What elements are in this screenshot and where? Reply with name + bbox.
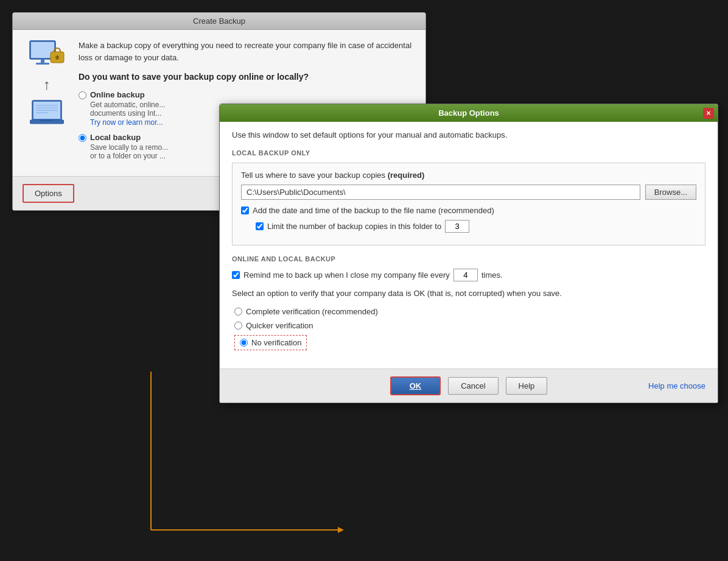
online-local-header: ONLINE AND LOCAL BACKUP — [232, 255, 705, 263]
remind-checkbox[interactable] — [232, 271, 240, 279]
complete-verification-row: Complete verification (recommended) — [234, 307, 705, 316]
backup-options-body: Use this window to set default options f… — [220, 122, 718, 369]
intro-text: Use this window to set default options f… — [232, 130, 705, 139]
no-verify-box: No verification — [234, 335, 307, 350]
local-backup-section: Tell us where to save your backup copies… — [232, 163, 705, 245]
add-date-label: Add the date and time of the backup to t… — [253, 206, 494, 215]
cancel-button[interactable]: Cancel — [448, 377, 498, 395]
online-local-section: Remind me to back up when I close my com… — [232, 269, 705, 360]
monitor-backup-icon — [27, 40, 66, 70]
save-label-text: Tell us where to save your backup copies — [241, 171, 385, 180]
try-link[interactable]: Try now or learn mor... — [90, 118, 163, 127]
main-dialog-title: Create Backup — [193, 16, 245, 26]
main-dialog-titlebar: Create Backup — [13, 13, 425, 30]
svg-rect-2 — [41, 59, 44, 63]
close-button[interactable]: × — [703, 108, 714, 119]
quicker-verification-row: Quicker verification — [234, 321, 705, 330]
local-radio-label: Local backup — [90, 133, 168, 142]
limit-label: Limit the number of backup copies in thi… — [267, 222, 441, 231]
quicker-verification-label: Quicker verification — [246, 321, 313, 330]
local-radio[interactable] — [79, 134, 86, 142]
ok-button[interactable]: OK — [390, 376, 441, 395]
svg-rect-3 — [36, 63, 49, 65]
limit-value-input[interactable] — [445, 220, 469, 233]
save-location-label: Tell us where to save your backup copies… — [241, 171, 696, 180]
help-button[interactable]: Help — [506, 377, 548, 395]
upload-arrow-icon: ↑ — [43, 76, 51, 93]
add-date-checkbox[interactable] — [241, 206, 249, 214]
backup-options-dialog: Backup Options × Use this window to set … — [219, 104, 718, 403]
browse-button[interactable]: Browse... — [645, 185, 696, 200]
laptop-icon — [30, 99, 64, 126]
remind-value-input[interactable] — [453, 269, 478, 281]
local-description: Save locally to a remo...or to a folder … — [90, 143, 168, 160]
local-section-header: LOCAL BACKUP ONLY — [232, 149, 705, 157]
no-verification-label: No verification — [251, 338, 301, 347]
svg-rect-14 — [41, 120, 53, 121]
path-row: Browse... — [241, 185, 696, 200]
description-text: Make a backup copy of everything you nee… — [79, 40, 416, 63]
svg-rect-6 — [57, 57, 58, 60]
remind-label: Remind me to back up when I close my com… — [243, 270, 450, 280]
no-verification-row: No verification — [234, 335, 705, 350]
complete-verification-label: Complete verification (recommended) — [246, 307, 378, 316]
no-verification-radio[interactable] — [240, 339, 248, 347]
verify-text: Select an option to verify that your com… — [232, 288, 705, 300]
options-button[interactable]: Options — [23, 184, 74, 203]
required-text: (required) — [388, 171, 425, 180]
verify-options: Complete verification (recommended) Quic… — [234, 307, 705, 350]
remind-suffix: times. — [481, 270, 503, 280]
complete-verification-radio[interactable] — [234, 308, 242, 316]
online-radio[interactable] — [79, 91, 86, 99]
online-description: Get automatic, online...documents using … — [90, 101, 165, 118]
backup-options-titlebar: Backup Options × — [220, 104, 718, 122]
online-radio-label: Online backup — [90, 90, 165, 99]
limit-copies-checkbox[interactable] — [256, 222, 264, 230]
left-icons-panel: ↑ — [23, 40, 71, 166]
help-me-choose-link[interactable]: Help me choose — [648, 381, 705, 390]
svg-marker-17 — [338, 527, 344, 533]
question-text: Do you want to save your backup copy onl… — [79, 72, 416, 82]
limit-copies-row: Limit the number of backup copies in thi… — [256, 220, 696, 233]
path-input[interactable] — [241, 185, 640, 200]
remind-row: Remind me to back up when I close my com… — [232, 269, 705, 281]
backup-options-title: Backup Options — [438, 108, 499, 118]
backup-options-footer: OK Cancel Help Help me choose — [220, 369, 718, 403]
quicker-verification-radio[interactable] — [234, 322, 242, 330]
add-date-row: Add the date and time of the backup to t… — [241, 206, 696, 215]
